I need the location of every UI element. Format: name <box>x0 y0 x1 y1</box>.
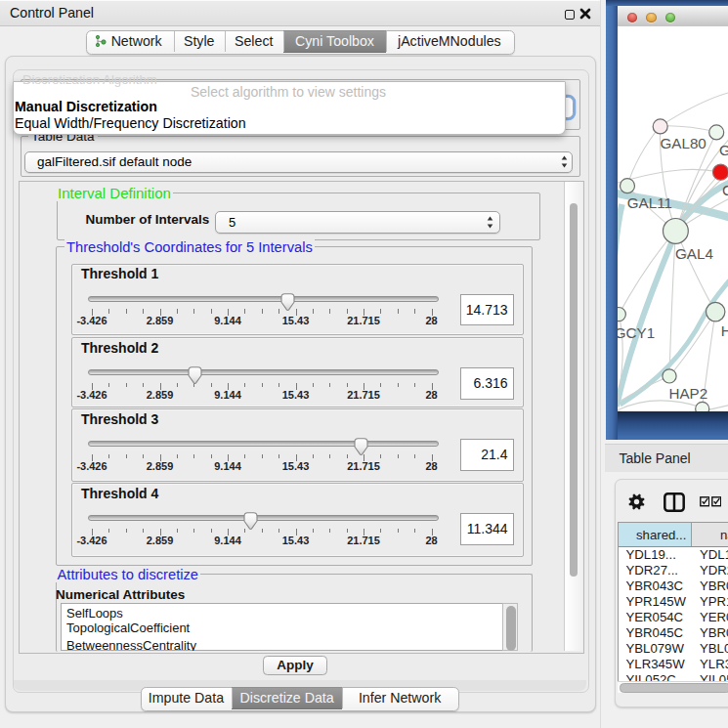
svg-text:GA: GA <box>719 142 728 158</box>
svg-text:GCY1: GCY1 <box>618 324 655 341</box>
svg-text:HA: HA <box>720 322 728 339</box>
svg-text:HAP2: HAP2 <box>668 385 707 402</box>
svg-text:GAL4: GAL4 <box>675 245 713 262</box>
svg-text:GAL11: GAL11 <box>626 194 671 211</box>
svg-text:CD: CD <box>722 182 728 198</box>
svg-text:GAL80: GAL80 <box>660 135 706 151</box>
